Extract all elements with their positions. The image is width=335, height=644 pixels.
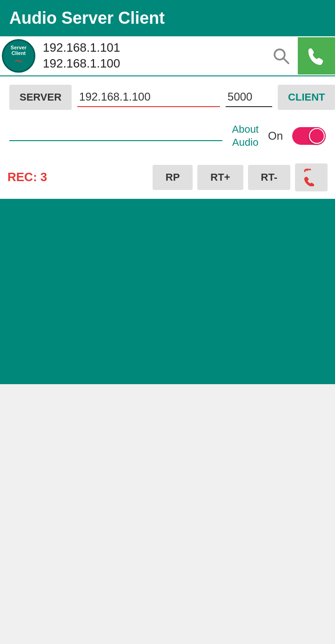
address-row: ServerClient 〜 192.168.1.101 192.168.1.1… bbox=[0, 36, 335, 76]
search-button[interactable] bbox=[264, 37, 298, 75]
rec-label: REC: 3 bbox=[7, 170, 148, 184]
ip-input[interactable] bbox=[77, 88, 220, 107]
hangup-icon bbox=[301, 169, 322, 186]
on-label: On bbox=[268, 129, 283, 142]
app-title: Audio Server Client bbox=[9, 8, 165, 28]
hangup-button[interactable] bbox=[295, 163, 328, 191]
config-row: SERVER CLIENT bbox=[0, 76, 335, 118]
phone-icon bbox=[306, 46, 327, 66]
server-button[interactable]: SERVER bbox=[9, 85, 72, 110]
rt-minus-button[interactable]: RT- bbox=[248, 165, 290, 190]
top-bar: Audio Server Client bbox=[0, 0, 335, 36]
about-row: AboutAudio On bbox=[0, 118, 335, 156]
svg-line-1 bbox=[283, 58, 288, 63]
address-block: 192.168.1.101 192.168.1.100 bbox=[37, 36, 264, 75]
client-button[interactable]: CLIENT bbox=[278, 85, 335, 110]
about-audio-label: AboutAudio bbox=[232, 123, 259, 149]
audio-toggle[interactable] bbox=[292, 127, 326, 145]
ip-address-2: 192.168.1.100 bbox=[43, 56, 259, 72]
search-icon bbox=[272, 47, 290, 65]
app-logo: ServerClient 〜 bbox=[0, 37, 37, 75]
teal-section: REC: 3 RP RT+ RT- bbox=[0, 156, 335, 384]
underline-decoration bbox=[9, 140, 222, 141]
control-bar: REC: 3 RP RT+ RT- bbox=[0, 156, 335, 199]
rp-button[interactable]: RP bbox=[153, 165, 193, 190]
ip-address-1: 192.168.1.101 bbox=[43, 40, 259, 56]
toggle-knob bbox=[309, 128, 325, 144]
bottom-area bbox=[0, 384, 335, 584]
port-input[interactable] bbox=[226, 88, 272, 107]
toggle-container[interactable] bbox=[292, 127, 326, 145]
rt-plus-button[interactable]: RT+ bbox=[197, 165, 243, 190]
call-button[interactable] bbox=[298, 37, 335, 75]
